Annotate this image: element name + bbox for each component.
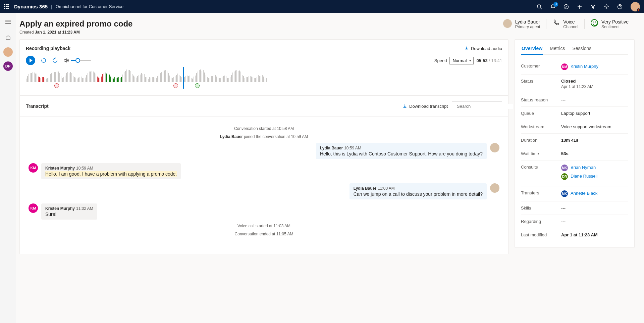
avatar: KM bbox=[29, 163, 38, 173]
created-line: Created Jan 1, 2021 at 11:23 AM bbox=[19, 30, 132, 35]
row-customer: Customer KMKristin Murphy bbox=[521, 59, 628, 75]
consult-pill: DR bbox=[561, 173, 568, 180]
svg-point-7 bbox=[620, 8, 620, 8]
page-title: Apply an expired promo code bbox=[19, 19, 132, 29]
meta-agent: Lydia Bauer Primary agent bbox=[497, 19, 546, 29]
message-customer: KM Kristen Murphy11:02 AM Sure! bbox=[29, 203, 236, 220]
system-message: Conversation ended at 11:05 AM bbox=[29, 232, 499, 236]
row-transfers: Transfers MKAnnette Black bbox=[521, 186, 628, 201]
volume-icon bbox=[63, 58, 69, 63]
row-status: Status ClosedApr 1 at 11:23 AM bbox=[521, 75, 628, 93]
avatar: KM bbox=[29, 203, 38, 213]
speed-label: Speed bbox=[434, 58, 447, 63]
transcript-body: Conversation started at 10:58 AM Lydia B… bbox=[20, 117, 508, 246]
app-launcher-icon[interactable] bbox=[4, 4, 9, 9]
rail-avatar[interactable] bbox=[3, 47, 13, 57]
transfer-link[interactable]: Annette Black bbox=[571, 191, 597, 196]
page-header: Apply an expired promo code Created Jan … bbox=[19, 19, 635, 35]
row-status-reason: Status reason--- bbox=[521, 93, 628, 107]
transcript-title: Transcript bbox=[26, 103, 49, 109]
consult-pill: MK bbox=[561, 165, 568, 171]
row-workstream: WorkstreamVoice support workstream bbox=[521, 120, 628, 134]
forward-icon[interactable] bbox=[52, 57, 58, 63]
download-audio-button[interactable]: Download audio bbox=[464, 46, 502, 51]
overview-panel: Overview Metrics Sessions Customer KMKri… bbox=[515, 39, 635, 248]
agent-role: Primary agent bbox=[515, 25, 540, 29]
sentiment-value: Very Positive bbox=[601, 19, 629, 25]
filter-icon[interactable] bbox=[590, 4, 596, 9]
customer-link[interactable]: Kristin Murphy bbox=[571, 64, 598, 69]
avatar bbox=[490, 143, 499, 152]
consult-link[interactable]: Brian Nyman bbox=[571, 165, 596, 170]
svg-point-5 bbox=[606, 6, 607, 7]
waveform[interactable] bbox=[26, 68, 502, 82]
app-name: Omnichannel for Customer Service bbox=[56, 4, 123, 9]
playback-controls: Speed Normal 05:52 / 13:41 bbox=[26, 56, 502, 65]
row-duration: Duration13m 41s bbox=[521, 134, 628, 147]
settings-icon[interactable] bbox=[604, 4, 609, 9]
transfer-pill: MK bbox=[561, 190, 568, 197]
task-icon[interactable] bbox=[564, 4, 569, 9]
presence-dot bbox=[637, 8, 640, 11]
tab-metrics[interactable]: Metrics bbox=[549, 42, 566, 54]
avatar bbox=[490, 183, 499, 193]
playback-time: 05:52 / 13:41 bbox=[476, 58, 502, 63]
svg-point-2 bbox=[564, 4, 569, 9]
tab-overview[interactable]: Overview bbox=[521, 42, 543, 54]
rewind-icon[interactable] bbox=[41, 57, 47, 63]
notification-badge: 3 bbox=[553, 2, 558, 7]
meta-sentiment: Very Positive Sentiment bbox=[584, 19, 635, 29]
consult-link[interactable]: Diane Russell bbox=[571, 174, 597, 179]
message-agent: Lydia Bauer10:59 AM Hello, this is Lydia… bbox=[291, 143, 499, 159]
row-modified: Last modifiedApr 1 at 11:23 AM bbox=[521, 228, 628, 241]
agent-name: Lydia Bauer bbox=[515, 19, 540, 25]
rail-workspace-pill[interactable]: DP bbox=[3, 61, 13, 71]
add-icon[interactable] bbox=[577, 4, 582, 9]
user-avatar[interactable] bbox=[631, 2, 640, 11]
home-icon[interactable] bbox=[3, 32, 13, 43]
menu-icon[interactable] bbox=[3, 16, 13, 27]
separator: | bbox=[51, 4, 52, 9]
agent-avatar bbox=[503, 19, 512, 28]
notifications-icon[interactable]: 3 bbox=[550, 4, 555, 9]
help-icon[interactable] bbox=[617, 4, 623, 9]
sentiment-icon bbox=[591, 19, 598, 27]
row-regarding: Regarding--- bbox=[521, 215, 628, 228]
system-message: Lydia Bauer joined the conversation at 1… bbox=[29, 134, 499, 139]
sentiment-marker-negative bbox=[54, 83, 59, 88]
row-queue: QueueLaptop support bbox=[521, 107, 628, 120]
playback-title: Recording playback bbox=[26, 46, 70, 51]
volume-slider[interactable] bbox=[71, 60, 91, 61]
tab-sessions[interactable]: Sessions bbox=[572, 42, 592, 54]
svg-line-1 bbox=[540, 8, 542, 9]
brand: Dynamics 365 bbox=[14, 4, 48, 9]
svg-point-0 bbox=[537, 5, 541, 8]
download-icon bbox=[402, 104, 407, 108]
message-customer: KM Kristen Murphy10:59 AM Hello, I am go… bbox=[29, 163, 236, 179]
phone-icon bbox=[552, 19, 560, 27]
sentiment-label: Sentiment bbox=[601, 25, 629, 29]
system-message: Voice call started at 11:03 AM bbox=[29, 224, 499, 228]
row-wait: Wait time53s bbox=[521, 147, 628, 160]
search-input[interactable] bbox=[457, 104, 513, 109]
speed-select[interactable]: Normal bbox=[449, 57, 474, 64]
sentiment-marker-negative bbox=[173, 83, 178, 88]
sentiment-marker-positive bbox=[195, 83, 200, 88]
sentiment-track bbox=[26, 83, 502, 89]
left-rail: DP bbox=[0, 13, 16, 323]
play-button[interactable] bbox=[26, 56, 35, 65]
topbar: Dynamics 365 | Omnichannel for Customer … bbox=[0, 0, 644, 13]
row-consults: Consults MKBrian Nyman DRDiane Russell bbox=[521, 160, 628, 186]
channel-value: Voice bbox=[563, 19, 578, 25]
download-transcript-button[interactable]: Download transcript bbox=[402, 104, 448, 109]
transcript-search[interactable] bbox=[452, 101, 502, 111]
overview-tabs: Overview Metrics Sessions bbox=[521, 42, 628, 55]
row-skills: Skills--- bbox=[521, 201, 628, 215]
message-agent: Lydia Bauer11:00 AM Can we jump on a cal… bbox=[291, 183, 499, 199]
download-icon bbox=[464, 46, 469, 51]
channel-label: Channel bbox=[563, 25, 578, 29]
system-message: Conversation started at 10:58 AM bbox=[29, 126, 499, 131]
search-icon[interactable] bbox=[537, 4, 542, 9]
left-panel: Recording playback Download audio bbox=[19, 39, 508, 254]
volume-control[interactable] bbox=[63, 58, 91, 63]
